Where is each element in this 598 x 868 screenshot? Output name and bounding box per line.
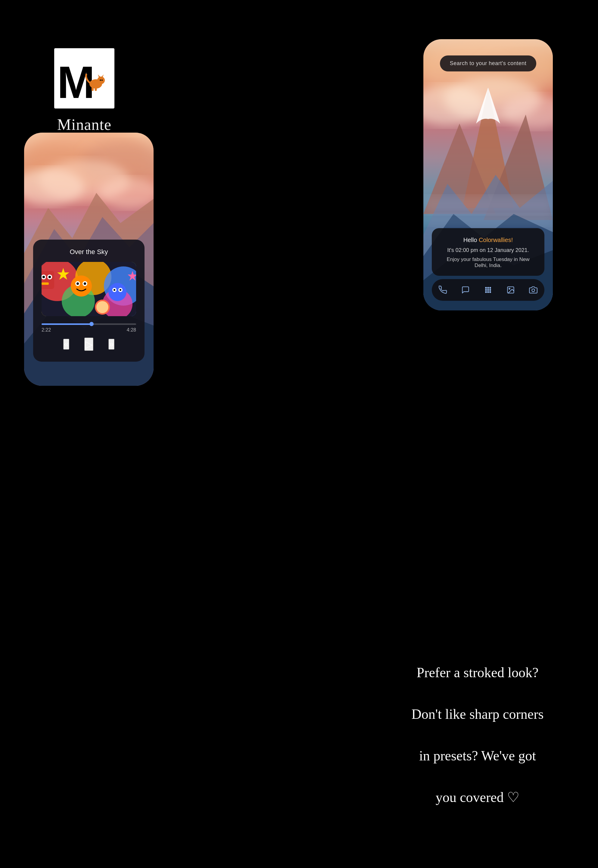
bottom-text-section: Prefer a stroked look? Don't like sharp …: [387, 662, 568, 808]
svg-rect-5: [91, 87, 94, 91]
bottom-text-content: Prefer a stroked look? Don't like sharp …: [387, 662, 568, 808]
svg-point-35: [114, 289, 115, 291]
dock-phone-icon[interactable]: [436, 283, 450, 297]
svg-point-36: [120, 289, 121, 291]
logo-section: M Minante: [54, 48, 114, 133]
fast-forward-button[interactable]: »: [108, 339, 114, 349]
phone-right: Search to your heart's content Hello Col…: [423, 39, 553, 310]
svg-point-24: [42, 276, 45, 278]
svg-point-59: [509, 288, 510, 289]
svg-marker-4: [101, 75, 103, 78]
svg-point-40: [96, 301, 108, 313]
track-title: Over the Sky: [42, 248, 136, 256]
album-art: [42, 262, 136, 316]
dock: [432, 279, 544, 301]
svg-point-55: [485, 291, 487, 293]
music-card: Over the Sky: [33, 240, 145, 362]
svg-point-52: [485, 289, 487, 291]
phone-left: Over the Sky: [24, 133, 154, 386]
svg-point-54: [489, 289, 491, 291]
dock-camera-icon[interactable]: [527, 283, 540, 297]
time-row: 2:22 4:28: [42, 327, 136, 333]
rewind-button[interactable]: «: [63, 339, 69, 349]
search-text: Search to your heart's content: [450, 60, 527, 66]
search-bar[interactable]: Search to your heart's content: [440, 55, 536, 72]
time-total: 4:28: [127, 327, 136, 333]
svg-rect-6: [95, 87, 97, 91]
svg-point-2: [97, 76, 105, 84]
svg-point-53: [487, 289, 489, 291]
dock-apps-icon[interactable]: [481, 283, 495, 297]
phone-left-bg: Over the Sky: [24, 133, 154, 386]
svg-point-50: [487, 287, 489, 289]
progress-bar-fill[interactable]: [42, 323, 91, 325]
svg-point-32: [108, 283, 127, 301]
svg-rect-26: [42, 282, 49, 285]
svg-point-49: [485, 287, 487, 289]
svg-point-8: [102, 79, 103, 81]
info-card: Hello Colorwallies! It's 02:00 pm on 12 …: [432, 228, 544, 276]
app-title: Minante: [57, 116, 111, 133]
svg-point-7: [100, 79, 101, 81]
phone-right-bg: Search to your heart's content Hello Col…: [423, 39, 553, 310]
username-text: Colorwallies!: [479, 237, 513, 243]
location-line: Enjoy your fabulous Tuesday in New Delhi…: [440, 256, 536, 268]
svg-point-51: [489, 287, 491, 289]
progress-container[interactable]: 2:22 4:28: [42, 323, 136, 333]
dock-chat-icon[interactable]: [459, 283, 472, 297]
hello-line: Hello Colorwallies!: [440, 237, 536, 243]
svg-marker-3: [98, 75, 100, 78]
bottom-line-2: Don't like sharp corners: [387, 704, 568, 724]
play-button[interactable]: ▷: [84, 337, 93, 351]
svg-point-25: [48, 276, 51, 278]
bottom-line-1: Prefer a stroked look?: [387, 662, 568, 683]
svg-point-27: [71, 276, 92, 297]
progress-knob[interactable]: [90, 322, 94, 326]
album-art-svg: [42, 262, 136, 316]
greeting-text: Hello: [463, 237, 479, 243]
dock-gallery-icon[interactable]: [504, 283, 517, 297]
controls-row: « ▷ »: [42, 337, 136, 351]
svg-point-56: [487, 291, 489, 293]
logo-box: M: [54, 48, 114, 108]
svg-rect-21: [42, 271, 54, 289]
logo-svg: M: [54, 48, 114, 108]
svg-point-57: [489, 291, 491, 293]
svg-point-60: [532, 289, 534, 292]
time-current: 2:22: [42, 327, 51, 333]
bottom-line-4: you covered ♡: [387, 787, 568, 808]
date-line: It's 02:00 pm on 12 January 2021.: [440, 247, 536, 253]
svg-point-30: [76, 282, 79, 285]
svg-point-31: [84, 282, 86, 285]
bottom-line-3: in presets? We've got: [387, 745, 568, 766]
progress-bar-background[interactable]: [42, 323, 136, 325]
